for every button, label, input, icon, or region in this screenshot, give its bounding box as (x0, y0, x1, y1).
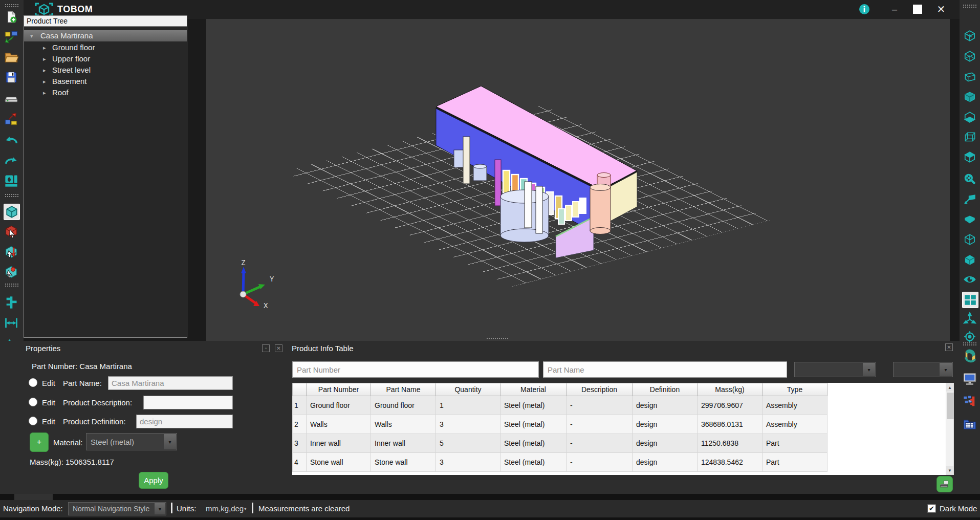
pick-point-button[interactable] (4, 265, 19, 280)
filter-dropdown-1[interactable]: ▾ (794, 362, 876, 377)
tree-item-child[interactable]: ▸ Roof (24, 87, 187, 98)
toolbar-grip[interactable] (963, 4, 977, 8)
part-name-input[interactable] (108, 376, 233, 390)
close-panel-icon[interactable]: ✕ (275, 344, 282, 352)
view-side-button[interactable] (963, 70, 977, 84)
apply-button[interactable]: Apply (139, 472, 168, 489)
column-header[interactable]: Part Number (307, 383, 371, 396)
tree-item-child[interactable]: ▸ Ground floor (24, 42, 187, 53)
info-button[interactable] (857, 2, 872, 16)
dropdown-arrow-icon[interactable]: ▾ (863, 363, 875, 376)
solid-cube-button[interactable] (963, 253, 977, 267)
caret-right-icon[interactable]: ▸ (43, 64, 46, 76)
section-wedge-button[interactable] (963, 212, 977, 227)
view-bottom-button[interactable] (963, 110, 977, 124)
caret-right-icon[interactable]: ▸ (43, 76, 46, 87)
capture-button[interactable] (4, 173, 19, 188)
view-isometric-button[interactable] (963, 29, 977, 43)
column-header[interactable]: Description (567, 383, 633, 396)
tree-item-child[interactable]: ▸ Basement (24, 76, 187, 87)
column-header[interactable] (293, 383, 307, 396)
caret-right-icon[interactable]: ▸ (43, 42, 46, 53)
dropdown-arrow-icon[interactable]: ▾ (940, 363, 952, 376)
pick-face-button[interactable] (4, 224, 19, 240)
product-definition-input[interactable] (136, 415, 233, 428)
redo-button[interactable] (4, 153, 19, 168)
table-row[interactable]: 1 Ground floor Ground floor 1 Steel (met… (293, 396, 827, 415)
toolbar-grip[interactable] (5, 193, 19, 197)
table-scrollbar[interactable]: ▲ ▼ (946, 383, 954, 475)
axes-toggle-button[interactable] (963, 311, 977, 326)
pick-move-button[interactable] (4, 245, 19, 260)
distance-measure-button[interactable] (4, 315, 19, 331)
caliper-button[interactable] (4, 295, 19, 310)
edit-description-radio[interactable] (29, 398, 37, 406)
edit-definition-radio[interactable] (29, 417, 37, 425)
caret-right-icon[interactable]: ▸ (43, 53, 46, 64)
close-panel-icon[interactable]: ✕ (945, 343, 953, 351)
undo-button[interactable] (4, 133, 19, 148)
view-wireframe-button[interactable] (963, 130, 977, 144)
minimize-button[interactable]: – (887, 2, 902, 16)
scroll-down-icon[interactable]: ▼ (946, 466, 953, 474)
export-model-button[interactable] (4, 111, 19, 126)
viewport-layout-button[interactable] (962, 292, 978, 308)
filter-dropdown-2[interactable]: ▾ (893, 362, 953, 377)
caret-right-icon[interactable]: ▸ (43, 87, 46, 98)
units-dropdown-icon[interactable]: ▾ (244, 506, 247, 511)
save-button[interactable] (4, 70, 19, 85)
part-name-filter-input[interactable] (543, 361, 787, 378)
product-description-input[interactable] (143, 396, 233, 409)
part-number-filter-input[interactable] (292, 361, 539, 378)
maximize-button[interactable] (910, 2, 925, 16)
caret-down-icon[interactable]: ▾ (30, 30, 33, 41)
open-folder-button[interactable] (4, 50, 19, 65)
table-row[interactable]: 2 Walls Walls 3 Steel (metal) - design 3… (293, 415, 827, 434)
column-header[interactable]: Material (500, 383, 567, 396)
scroll-up-icon[interactable]: ▲ (946, 383, 953, 392)
float-panel-icon[interactable]: ▫ (262, 344, 270, 352)
export-table-button[interactable] (937, 476, 953, 492)
bounding-box-button[interactable] (963, 232, 977, 247)
column-header[interactable]: Part Name (371, 383, 436, 396)
new-document-button[interactable] (4, 9, 19, 25)
toolbar-grip[interactable] (5, 283, 19, 287)
table-row[interactable]: 4 Stone wall Stone wall 3 Steel (metal) … (293, 453, 827, 472)
view-top-button[interactable] (963, 150, 977, 164)
edit-part-name-radio[interactable] (29, 378, 37, 387)
units-value[interactable]: mm,kg,deg (206, 504, 244, 513)
navigation-mode-value: Normal Navigation Style (73, 505, 149, 513)
column-header[interactable]: Quantity (436, 383, 500, 396)
column-header[interactable]: Mass(kg) (698, 383, 763, 396)
turntable-button[interactable] (963, 349, 977, 363)
table-row[interactable]: 3 Inner wall Inner wall 5 Steel (metal) … (293, 434, 827, 453)
view-open-box-button[interactable] (963, 90, 977, 104)
dark-mode-checkbox[interactable]: ✔ (927, 504, 936, 513)
toolbar-grip[interactable] (5, 4, 19, 7)
panel-drag-handle[interactable] (486, 337, 509, 339)
data-table-button[interactable] (963, 417, 977, 431)
visibility-eye-button[interactable] (963, 272, 977, 287)
navigation-mode-dropdown[interactable]: Normal Navigation Style ▾ (68, 502, 166, 515)
column-header[interactable]: Definition (633, 383, 698, 396)
view-front-button[interactable] (963, 49, 977, 63)
select-part-button[interactable] (4, 204, 20, 220)
look-at-plane-button[interactable] (963, 192, 977, 206)
viewport-3d[interactable]: Z Y X (206, 19, 950, 341)
add-material-button[interactable]: + (30, 432, 49, 452)
scrollbar-thumb[interactable] (947, 393, 954, 419)
tree-item-child[interactable]: ▸ Upper floor (24, 53, 187, 64)
material-dropdown[interactable]: Steel (metal) ▾ (86, 433, 177, 450)
tree-item-root[interactable]: ▾ Casa Martirana (24, 30, 187, 41)
import-model-button[interactable] (4, 29, 19, 45)
toolbar-grip[interactable] (963, 342, 977, 345)
monitor-button[interactable] (963, 372, 977, 386)
zoom-pan-button[interactable] (963, 172, 977, 186)
column-header[interactable]: Type (763, 383, 827, 396)
disk-drive-button[interactable] (4, 91, 19, 106)
tree-item-child[interactable]: ▸ Street level (24, 64, 187, 76)
dropdown-arrow-icon[interactable]: ▾ (164, 434, 176, 449)
dropdown-arrow-icon[interactable]: ▾ (155, 503, 165, 514)
close-button[interactable]: ✕ (933, 2, 949, 16)
measure-assembly-button[interactable] (963, 394, 977, 408)
